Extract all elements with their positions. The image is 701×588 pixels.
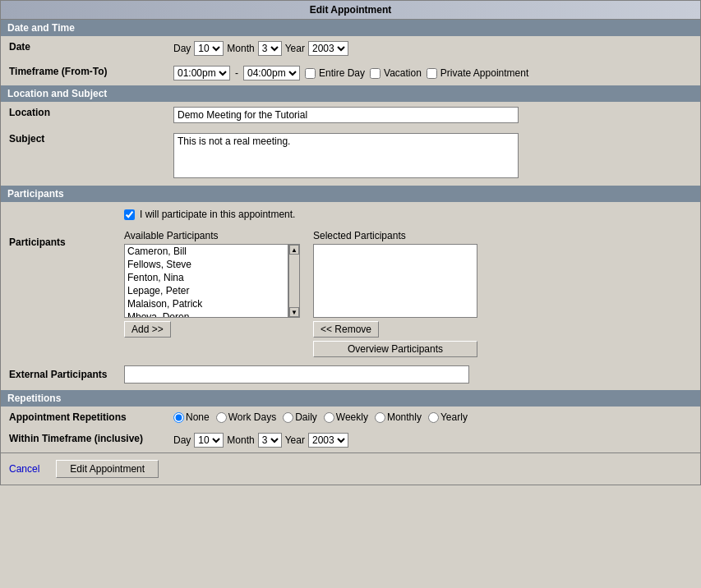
entire-day-label: Entire Day bbox=[319, 67, 365, 79]
available-participants-list[interactable]: Cameron, Bill Fellows, Steve Fenton, Nin… bbox=[124, 244, 288, 318]
from-time-select[interactable]: 01:00pm bbox=[173, 66, 230, 80]
participants-controls: Available Participants Cameron, Bill Fel… bbox=[124, 230, 477, 357]
selected-participants-col: Selected Participants << Remove Overview… bbox=[313, 230, 477, 357]
repetitions-form: Appointment Repetitions None Work Days D… bbox=[1, 407, 700, 452]
repetitions-radios: None Work Days Daily Weekly bbox=[165, 407, 700, 428]
monthly-radio-label[interactable]: Monthly bbox=[375, 411, 422, 423]
add-button[interactable]: Add >> bbox=[124, 321, 171, 338]
rep-day-label: Day bbox=[173, 434, 191, 446]
month-select[interactable]: 3 bbox=[258, 41, 282, 56]
year-label: Year bbox=[285, 43, 305, 54]
within-timeframe-row: Within Timeframe (inclusive) Day 10 Mont… bbox=[1, 428, 700, 452]
date-time-form: Date Day 10 Month 3 Year 2003 bbox=[1, 36, 700, 85]
subject-input-cell: This is not a real meeting. bbox=[165, 128, 700, 186]
private-checkbox-label[interactable]: Private Appointment bbox=[427, 67, 528, 79]
work-days-label: Work Days bbox=[228, 411, 276, 423]
private-label: Private Appointment bbox=[440, 67, 528, 79]
month-label: Month bbox=[227, 43, 254, 54]
participants-main-area: Participants Available Participants Came… bbox=[9, 230, 692, 357]
list-item[interactable]: Mboya, Doren bbox=[125, 310, 288, 318]
location-input-cell bbox=[165, 102, 700, 128]
entire-day-checkbox[interactable] bbox=[305, 68, 316, 79]
self-participate-checkbox[interactable] bbox=[124, 209, 135, 220]
date-row: Date Day 10 Month 3 Year 2003 bbox=[1, 36, 700, 61]
list-item[interactable]: Lepage, Peter bbox=[125, 284, 288, 297]
selected-participants-list[interactable] bbox=[313, 244, 477, 318]
date-inputs: Day 10 Month 3 Year 2003 bbox=[165, 36, 700, 61]
location-label: Location bbox=[1, 102, 165, 128]
list-item[interactable]: Cameron, Bill bbox=[125, 245, 288, 258]
scroll-down-arrow[interactable]: ▼ bbox=[289, 307, 299, 317]
date-label: Date bbox=[1, 36, 165, 61]
selected-header: Selected Participants bbox=[313, 230, 477, 241]
location-subject-form: Location Subject This is not a real meet… bbox=[1, 102, 700, 186]
daily-label: Daily bbox=[295, 411, 317, 423]
participants-content: I will participate in this appointment. … bbox=[1, 202, 700, 390]
edit-appointment-button[interactable]: Edit Appointment bbox=[56, 460, 159, 478]
vacation-checkbox-label[interactable]: Vacation bbox=[370, 67, 422, 79]
rep-month-label: Month bbox=[227, 434, 254, 446]
available-scrollbar[interactable]: ▲ ▼ bbox=[288, 244, 300, 318]
none-label: None bbox=[186, 411, 210, 423]
monthly-radio[interactable] bbox=[375, 412, 385, 423]
rep-year-select[interactable]: 2003 bbox=[308, 433, 348, 448]
timeframe-row: Timeframe (From-To) 01:00pm - 04:00pm En… bbox=[1, 61, 700, 85]
cancel-link[interactable]: Cancel bbox=[9, 463, 39, 475]
entire-day-checkbox-label[interactable]: Entire Day bbox=[305, 67, 365, 79]
scroll-up-arrow[interactable]: ▲ bbox=[289, 245, 299, 255]
list-item[interactable]: Malaison, Patrick bbox=[125, 297, 288, 310]
work-days-radio[interactable] bbox=[216, 412, 227, 423]
year-select[interactable]: 2003 bbox=[308, 41, 348, 56]
repetition-radio-group: None Work Days Daily Weekly bbox=[173, 411, 692, 423]
title-bar: Edit Appointment bbox=[1, 1, 700, 20]
daily-radio[interactable] bbox=[283, 412, 293, 423]
self-participate-label: I will participate in this appointment. bbox=[140, 209, 295, 220]
footer: Cancel Edit Appointment bbox=[1, 452, 700, 485]
external-participants-row: External Participants bbox=[9, 365, 692, 384]
date-time-section-header: Date and Time bbox=[1, 20, 700, 36]
appointment-repetitions-row: Appointment Repetitions None Work Days D… bbox=[1, 407, 700, 428]
weekly-radio-label[interactable]: Weekly bbox=[324, 411, 368, 423]
daily-radio-label[interactable]: Daily bbox=[283, 411, 317, 423]
work-days-radio-label[interactable]: Work Days bbox=[216, 411, 276, 423]
rep-day-select[interactable]: 10 bbox=[194, 433, 224, 448]
participants-field-label: Participants bbox=[9, 230, 124, 248]
available-participants-col: Available Participants Cameron, Bill Fel… bbox=[124, 230, 300, 357]
subject-row: Subject This is not a real meeting. bbox=[1, 128, 700, 186]
overview-participants-button[interactable]: Overview Participants bbox=[313, 341, 477, 357]
repetitions-section-header: Repetitions bbox=[1, 390, 700, 407]
to-time-select[interactable]: 04:00pm bbox=[243, 66, 300, 80]
list-item[interactable]: Fellows, Steve bbox=[125, 258, 288, 271]
vacation-checkbox[interactable] bbox=[370, 68, 380, 79]
location-input[interactable] bbox=[173, 107, 519, 123]
time-separator: - bbox=[235, 67, 238, 79]
timeframe-inputs: 01:00pm - 04:00pm Entire Day Vacation bbox=[165, 61, 700, 85]
weekly-radio[interactable] bbox=[324, 412, 334, 423]
location-row: Location bbox=[1, 102, 700, 128]
add-button-row: Add >> bbox=[124, 321, 300, 338]
available-list-container: Cameron, Bill Fellows, Steve Fenton, Nin… bbox=[124, 244, 300, 318]
yearly-radio-label[interactable]: Yearly bbox=[428, 411, 468, 423]
within-timeframe-inputs: Day 10 Month 3 Year 2003 bbox=[165, 428, 700, 452]
vacation-label: Vacation bbox=[384, 67, 422, 79]
remove-button[interactable]: << Remove bbox=[313, 321, 379, 338]
day-label: Day bbox=[173, 43, 191, 54]
rep-month-select[interactable]: 3 bbox=[258, 433, 282, 448]
yearly-label: Yearly bbox=[440, 411, 468, 423]
subject-label: Subject bbox=[1, 128, 165, 186]
none-radio-label[interactable]: None bbox=[173, 411, 210, 423]
subject-textarea[interactable]: This is not a real meeting. bbox=[173, 133, 519, 178]
location-subject-section-header: Location and Subject bbox=[1, 85, 700, 102]
none-radio[interactable] bbox=[173, 412, 184, 423]
rep-year-label: Year bbox=[285, 434, 305, 446]
self-participate-row: I will participate in this appointment. bbox=[9, 209, 692, 220]
external-participants-label: External Participants bbox=[9, 369, 124, 380]
external-participants-input[interactable] bbox=[124, 365, 469, 384]
day-select[interactable]: 10 bbox=[194, 41, 224, 56]
yearly-radio[interactable] bbox=[428, 412, 439, 423]
overview-button-row: Overview Participants bbox=[313, 341, 477, 357]
private-checkbox[interactable] bbox=[427, 68, 437, 79]
list-item[interactable]: Fenton, Nina bbox=[125, 271, 288, 284]
within-timeframe-label: Within Timeframe (inclusive) bbox=[1, 428, 165, 452]
appointment-repetitions-label: Appointment Repetitions bbox=[1, 407, 165, 428]
